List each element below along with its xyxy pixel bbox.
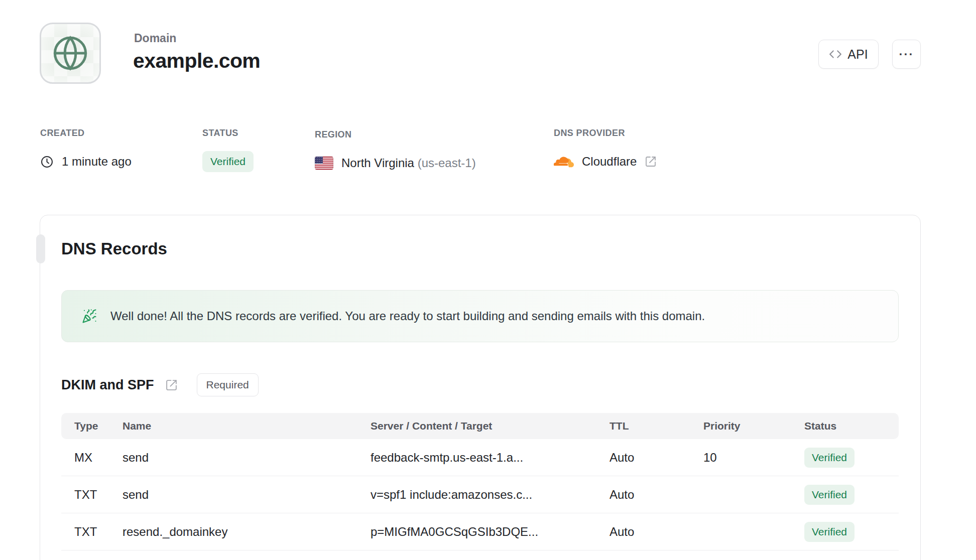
meta-status: STATUS Verified: [202, 128, 254, 173]
success-banner: Well done! All the DNS records are verif…: [61, 290, 899, 342]
cell-priority: 10: [703, 451, 804, 465]
success-banner-text: Well done! All the DNS records are verif…: [110, 309, 705, 323]
dkim-spf-title: DKIM and SPF: [61, 377, 154, 393]
domain-eyebrow-label: Domain: [134, 32, 176, 45]
dns-provider-label: DNS PROVIDER: [554, 128, 657, 138]
table-row[interactable]: TXT send v=spf1 include:amazonses.c... A…: [61, 476, 899, 513]
more-options-button[interactable]: ···: [892, 40, 921, 69]
cell-type: TXT: [61, 488, 123, 502]
region-label: REGION: [315, 129, 476, 140]
created-label: CREATED: [40, 128, 132, 138]
cell-name: send: [123, 488, 371, 502]
cell-ttl: Auto: [609, 488, 703, 502]
col-header-status: Status: [804, 420, 899, 432]
table-row[interactable]: TXT resend._domainkey p=MIGfMA0GCSqGSIb3…: [61, 513, 899, 550]
cell-content: feedback-smtp.us-east-1.a...: [371, 451, 609, 465]
cloudflare-icon: [554, 155, 574, 169]
section-scroll-notch: [36, 234, 45, 263]
verified-badge: Verified: [804, 522, 855, 542]
code-icon: [829, 48, 842, 61]
table-header-row: Type Name Server / Content / Target TTL …: [61, 413, 899, 439]
cell-ttl: Auto: [609, 451, 703, 465]
col-header-type: Type: [61, 420, 123, 432]
page-title: example.com: [133, 49, 260, 73]
cell-content: v=spf1 include:amazonses.c...: [371, 488, 609, 502]
api-button[interactable]: API: [818, 40, 879, 69]
dkim-spf-section-header: DKIM and SPF Required: [61, 373, 259, 396]
domain-avatar: [40, 23, 101, 84]
col-header-ttl: TTL: [609, 420, 703, 432]
cell-content: p=MIGfMA0GCSqGSIb3DQE...: [371, 525, 609, 539]
meta-region: REGION North Virginia (us-east-1): [315, 129, 476, 174]
table-row[interactable]: MX send feedback-smtp.us-east-1.a... Aut…: [61, 439, 899, 476]
region-code: (us-east-1): [418, 156, 476, 170]
meta-dns-provider: DNS PROVIDER Cloudflare: [554, 128, 657, 173]
status-label: STATUS: [202, 128, 254, 138]
status-badge: Verified: [202, 151, 254, 172]
us-flag-icon: [315, 157, 333, 170]
party-popper-icon: [82, 309, 97, 324]
col-header-priority: Priority: [703, 420, 804, 432]
required-badge: Required: [197, 373, 259, 396]
cell-ttl: Auto: [609, 525, 703, 539]
dns-provider-value: Cloudflare: [582, 155, 637, 169]
meta-created: CREATED 1 minute ago: [40, 128, 132, 173]
verified-badge: Verified: [804, 485, 855, 505]
globe-icon: [50, 33, 90, 73]
region-value: North Virginia: [341, 156, 414, 170]
external-link-icon[interactable]: [645, 156, 657, 168]
dns-records-table: Type Name Server / Content / Target TTL …: [61, 413, 899, 550]
cell-name: send: [123, 451, 371, 465]
api-button-label: API: [847, 47, 868, 62]
col-header-content: Server / Content / Target: [371, 420, 609, 432]
created-value: 1 minute ago: [62, 155, 132, 169]
dkim-external-link-icon[interactable]: [165, 379, 178, 391]
cell-type: MX: [61, 451, 123, 465]
cell-type: TXT: [61, 525, 123, 539]
verified-badge: Verified: [804, 448, 855, 468]
cell-name: resend._domainkey: [123, 525, 371, 539]
dns-records-title: DNS Records: [61, 239, 167, 258]
clock-icon: [40, 155, 54, 169]
col-header-name: Name: [123, 420, 371, 432]
